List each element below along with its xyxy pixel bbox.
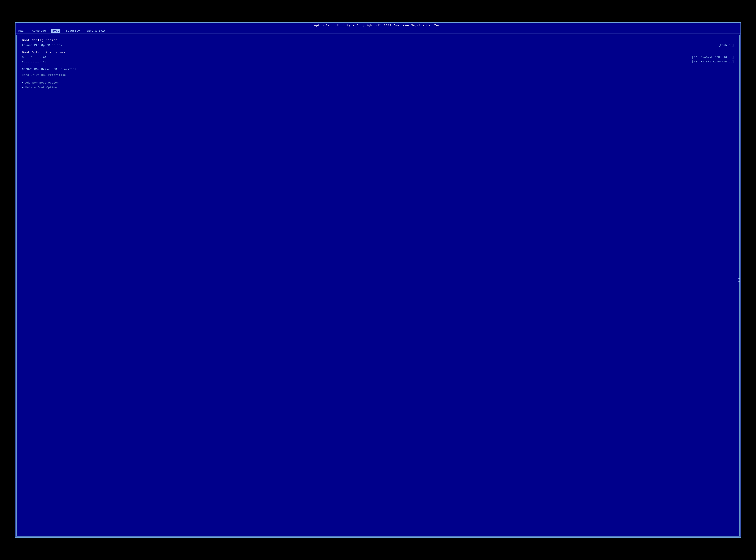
title-text: Aptio Setup Utility - Copyright (C) 2012…: [17, 24, 739, 27]
spacer-2: [22, 64, 734, 67]
scroll-down-icon: ▼: [738, 280, 740, 283]
boot-configuration-heading: Boot Configuration: [22, 39, 734, 42]
menu-item-save-exit[interactable]: Save & Exit: [85, 29, 107, 33]
add-new-boot-option-label: Add New Boot Option: [25, 81, 59, 84]
menu-bar: Main Advanced Boot Security Save & Exit: [16, 28, 740, 34]
launch-pxe-row: Launch PXE OpROM policy [Enabled]: [22, 43, 734, 47]
menu-item-main[interactable]: Main: [17, 29, 26, 33]
boot-option-1-row: Boot Option #1 [P0: SanDisk SSD U10...]: [22, 55, 734, 60]
boot-option-2-label[interactable]: Boot Option #2: [22, 60, 46, 63]
scroll-indicator: ▲ ▼: [738, 277, 740, 283]
menu-item-boot[interactable]: Boot: [52, 29, 61, 33]
menu-item-security[interactable]: Security: [65, 29, 81, 33]
spacer-4: [22, 77, 734, 80]
boot-option-1-label[interactable]: Boot Option #1: [22, 56, 46, 59]
boot-option-2-value: [P2: MATSHITADVD-RAM...]: [692, 60, 734, 63]
delete-boot-option-row[interactable]: ► Delete Boot Option: [22, 85, 734, 90]
spacer-3: [22, 72, 734, 73]
scroll-up-icon: ▲: [738, 277, 740, 280]
add-new-arrow-icon: ►: [22, 81, 24, 84]
title-bar: Aptio Setup Utility - Copyright (C) 2012…: [16, 23, 740, 28]
bios-container: Aptio Setup Utility - Copyright (C) 2012…: [15, 22, 741, 538]
spacer-1: [22, 47, 734, 51]
boot-option-priorities-heading: Boot Option Priorities: [22, 51, 734, 54]
harddrive-bbs-priorities[interactable]: Hard Drive BBS Priorities: [22, 73, 734, 77]
launch-pxe-label[interactable]: Launch PXE OpROM policy: [22, 44, 62, 47]
add-new-boot-option-row[interactable]: ► Add New Boot Option: [22, 80, 734, 85]
launch-pxe-value: [Enabled]: [718, 44, 734, 47]
menu-item-advanced[interactable]: Advanced: [31, 29, 47, 33]
delete-boot-option-label: Delete Boot Option: [25, 86, 57, 89]
cddvd-bbs-priorities[interactable]: CD/DVD ROM Drive BBS Priorities: [22, 67, 734, 72]
delete-arrow-icon: ►: [22, 86, 24, 89]
boot-option-2-row: Boot Option #2 [P2: MATSHITADVD-RAM...]: [22, 60, 734, 64]
screen-wrapper: Aptio Setup Utility - Copyright (C) 2012…: [0, 0, 756, 560]
boot-option-1-value: [P0: SanDisk SSD U10...]: [692, 56, 734, 59]
main-content: Boot Configuration Launch PXE OpROM poli…: [16, 35, 740, 537]
